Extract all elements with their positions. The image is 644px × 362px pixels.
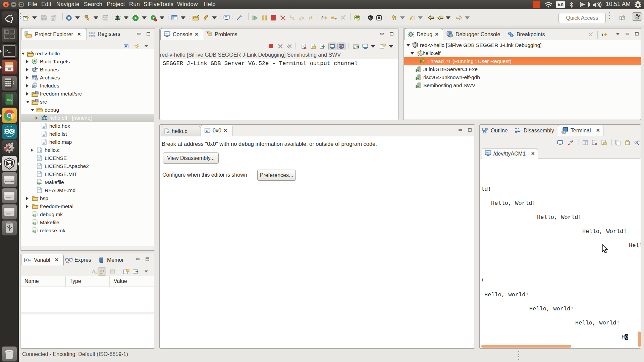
svg-text:i: i [602, 32, 603, 37]
svg-text:S: S [369, 16, 372, 20]
svg-text:0101: 0101 [89, 34, 95, 37]
svg-text:i: i [321, 15, 323, 20]
svg-text:c: c [206, 130, 208, 133]
svg-text:S: S [636, 15, 638, 19]
svg-text:101: 101 [103, 18, 107, 20]
svg-text:xx: xx [95, 272, 97, 274]
svg-text:x=: x= [66, 261, 69, 263]
svg-text:nqq: nqq [7, 98, 12, 102]
